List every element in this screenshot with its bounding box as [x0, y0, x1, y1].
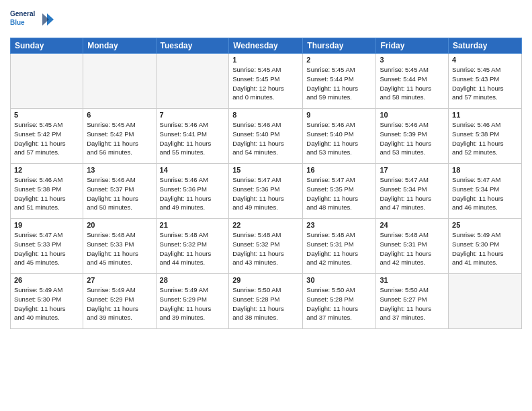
day-info: Sunrise: 5:47 AM Sunset: 5:35 PM Dayligh…	[306, 175, 372, 212]
calendar-cell	[11, 54, 83, 109]
day-info: Sunrise: 5:45 AM Sunset: 5:43 PM Dayligh…	[452, 65, 518, 102]
svg-text:Blue: Blue	[10, 19, 25, 26]
day-info: Sunrise: 5:48 AM Sunset: 5:32 PM Dayligh…	[160, 230, 226, 267]
day-info: Sunrise: 5:46 AM Sunset: 5:38 PM Dayligh…	[452, 120, 518, 157]
week-row-4: 19Sunrise: 5:47 AM Sunset: 5:33 PM Dayli…	[11, 219, 522, 274]
day-info: Sunrise: 5:49 AM Sunset: 5:29 PM Dayligh…	[87, 285, 152, 322]
day-info: Sunrise: 5:48 AM Sunset: 5:31 PM Dayligh…	[306, 230, 372, 267]
day-info: Sunrise: 5:48 AM Sunset: 5:31 PM Dayligh…	[380, 230, 445, 267]
day-number: 22	[232, 221, 299, 229]
calendar-cell: 12Sunrise: 5:46 AM Sunset: 5:38 PM Dayli…	[11, 164, 83, 219]
calendar-cell: 19Sunrise: 5:47 AM Sunset: 5:33 PM Dayli…	[11, 219, 83, 274]
day-info: Sunrise: 5:46 AM Sunset: 5:40 PM Dayligh…	[232, 120, 299, 157]
calendar-cell: 4Sunrise: 5:45 AM Sunset: 5:43 PM Daylig…	[449, 54, 522, 109]
calendar-cell: 10Sunrise: 5:46 AM Sunset: 5:39 PM Dayli…	[376, 109, 449, 164]
weekday-header-sunday: Sunday	[11, 38, 83, 54]
calendar-cell: 23Sunrise: 5:48 AM Sunset: 5:31 PM Dayli…	[303, 219, 376, 274]
day-number: 7	[160, 111, 226, 119]
calendar-table: SundayMondayTuesdayWednesdayThursdayFrid…	[10, 38, 522, 329]
calendar-cell: 29Sunrise: 5:50 AM Sunset: 5:28 PM Dayli…	[229, 274, 303, 329]
day-info: Sunrise: 5:45 AM Sunset: 5:44 PM Dayligh…	[306, 65, 372, 102]
calendar-cell: 11Sunrise: 5:46 AM Sunset: 5:38 PM Dayli…	[449, 109, 522, 164]
day-info: Sunrise: 5:46 AM Sunset: 5:38 PM Dayligh…	[14, 175, 79, 212]
day-number: 18	[452, 166, 518, 174]
day-number: 4	[452, 56, 518, 64]
day-number: 12	[14, 166, 79, 174]
calendar-cell	[449, 274, 522, 329]
calendar-cell: 26Sunrise: 5:49 AM Sunset: 5:30 PM Dayli…	[11, 274, 83, 329]
week-row-1: 1Sunrise: 5:45 AM Sunset: 5:45 PM Daylig…	[11, 54, 522, 109]
day-number: 1	[232, 56, 299, 64]
calendar-cell: 9Sunrise: 5:46 AM Sunset: 5:40 PM Daylig…	[303, 109, 376, 164]
weekday-header-friday: Friday	[376, 38, 449, 54]
calendar-cell: 20Sunrise: 5:48 AM Sunset: 5:33 PM Dayli…	[83, 219, 156, 274]
day-info: Sunrise: 5:46 AM Sunset: 5:39 PM Dayligh…	[380, 120, 445, 157]
day-number: 28	[160, 276, 226, 284]
day-number: 15	[232, 166, 299, 174]
day-info: Sunrise: 5:45 AM Sunset: 5:44 PM Dayligh…	[380, 65, 445, 102]
calendar-cell: 16Sunrise: 5:47 AM Sunset: 5:35 PM Dayli…	[303, 164, 376, 219]
weekday-header-wednesday: Wednesday	[229, 38, 303, 54]
day-number: 8	[232, 111, 299, 119]
day-number: 21	[160, 221, 226, 229]
day-number: 6	[87, 111, 152, 119]
day-info: Sunrise: 5:48 AM Sunset: 5:32 PM Dayligh…	[232, 230, 299, 267]
calendar-cell: 8Sunrise: 5:46 AM Sunset: 5:40 PM Daylig…	[229, 109, 303, 164]
calendar-container: General Blue SundayMondayTuesdayWednesda…	[0, 0, 532, 411]
calendar-cell	[83, 54, 156, 109]
calendar-cell: 5Sunrise: 5:45 AM Sunset: 5:42 PM Daylig…	[11, 109, 83, 164]
day-info: Sunrise: 5:46 AM Sunset: 5:40 PM Dayligh…	[306, 120, 372, 157]
day-number: 9	[306, 111, 372, 119]
day-number: 23	[306, 221, 372, 229]
day-info: Sunrise: 5:46 AM Sunset: 5:41 PM Dayligh…	[160, 120, 226, 157]
day-number: 2	[306, 56, 372, 64]
day-info: Sunrise: 5:45 AM Sunset: 5:45 PM Dayligh…	[232, 65, 299, 102]
day-info: Sunrise: 5:50 AM Sunset: 5:28 PM Dayligh…	[232, 285, 299, 322]
day-number: 10	[380, 111, 445, 119]
day-info: Sunrise: 5:46 AM Sunset: 5:37 PM Dayligh…	[87, 175, 152, 212]
header: General Blue	[10, 7, 522, 34]
day-info: Sunrise: 5:46 AM Sunset: 5:36 PM Dayligh…	[160, 175, 226, 212]
day-number: 13	[87, 166, 152, 174]
week-row-5: 26Sunrise: 5:49 AM Sunset: 5:30 PM Dayli…	[11, 274, 522, 329]
day-info: Sunrise: 5:47 AM Sunset: 5:33 PM Dayligh…	[14, 230, 79, 267]
calendar-cell: 7Sunrise: 5:46 AM Sunset: 5:41 PM Daylig…	[156, 109, 229, 164]
day-number: 17	[380, 166, 445, 174]
calendar-cell: 2Sunrise: 5:45 AM Sunset: 5:44 PM Daylig…	[303, 54, 376, 109]
day-number: 26	[14, 276, 79, 284]
day-info: Sunrise: 5:49 AM Sunset: 5:30 PM Dayligh…	[14, 285, 79, 322]
calendar-cell	[156, 54, 229, 109]
day-info: Sunrise: 5:47 AM Sunset: 5:36 PM Dayligh…	[232, 175, 299, 212]
calendar-cell: 18Sunrise: 5:47 AM Sunset: 5:34 PM Dayli…	[449, 164, 522, 219]
logo-svg: General Blue	[10, 7, 57, 34]
day-info: Sunrise: 5:50 AM Sunset: 5:27 PM Dayligh…	[380, 285, 445, 322]
weekday-header-monday: Monday	[83, 38, 156, 54]
day-info: Sunrise: 5:45 AM Sunset: 5:42 PM Dayligh…	[14, 120, 79, 157]
logo: General Blue	[10, 7, 57, 34]
day-number: 3	[380, 56, 445, 64]
day-number: 30	[306, 276, 372, 284]
day-info: Sunrise: 5:47 AM Sunset: 5:34 PM Dayligh…	[452, 175, 518, 212]
calendar-cell: 17Sunrise: 5:47 AM Sunset: 5:34 PM Dayli…	[376, 164, 449, 219]
calendar-cell: 27Sunrise: 5:49 AM Sunset: 5:29 PM Dayli…	[83, 274, 156, 329]
calendar-cell: 15Sunrise: 5:47 AM Sunset: 5:36 PM Dayli…	[229, 164, 303, 219]
calendar-cell: 22Sunrise: 5:48 AM Sunset: 5:32 PM Dayli…	[229, 219, 303, 274]
day-info: Sunrise: 5:47 AM Sunset: 5:34 PM Dayligh…	[380, 175, 445, 212]
calendar-cell: 13Sunrise: 5:46 AM Sunset: 5:37 PM Dayli…	[83, 164, 156, 219]
day-number: 19	[14, 221, 79, 229]
day-info: Sunrise: 5:49 AM Sunset: 5:29 PM Dayligh…	[160, 285, 226, 322]
day-info: Sunrise: 5:49 AM Sunset: 5:30 PM Dayligh…	[452, 230, 518, 267]
calendar-cell: 24Sunrise: 5:48 AM Sunset: 5:31 PM Dayli…	[376, 219, 449, 274]
calendar-cell: 28Sunrise: 5:49 AM Sunset: 5:29 PM Dayli…	[156, 274, 229, 329]
day-number: 27	[87, 276, 152, 284]
svg-text:General: General	[10, 10, 35, 17]
calendar-cell: 3Sunrise: 5:45 AM Sunset: 5:44 PM Daylig…	[376, 54, 449, 109]
day-number: 24	[380, 221, 445, 229]
day-number: 31	[380, 276, 445, 284]
calendar-cell: 21Sunrise: 5:48 AM Sunset: 5:32 PM Dayli…	[156, 219, 229, 274]
day-number: 20	[87, 221, 152, 229]
calendar-cell: 1Sunrise: 5:45 AM Sunset: 5:45 PM Daylig…	[229, 54, 303, 109]
weekday-header-row: SundayMondayTuesdayWednesdayThursdayFrid…	[11, 38, 522, 54]
calendar-cell: 30Sunrise: 5:50 AM Sunset: 5:28 PM Dayli…	[303, 274, 376, 329]
day-number: 5	[14, 111, 79, 119]
